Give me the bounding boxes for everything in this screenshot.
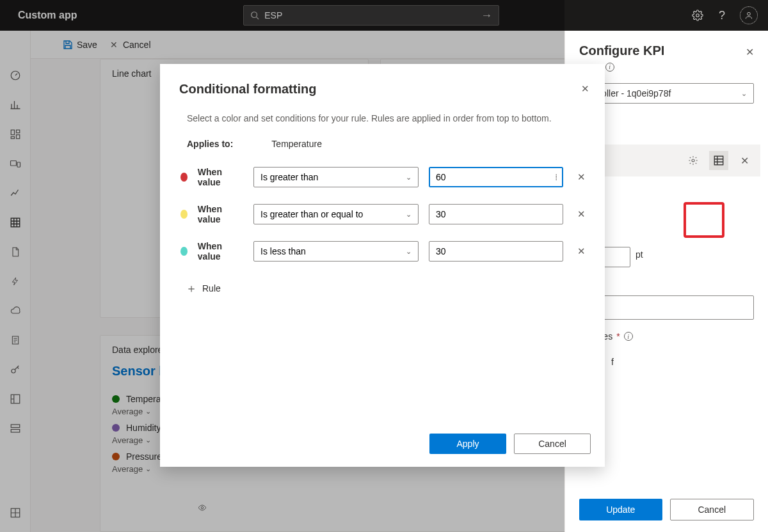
close-icon[interactable]: ✕ [746,46,754,58]
when-value-label: When value [198,204,243,224]
header-actions: ? [691,6,758,24]
rule-color-dot[interactable] [180,173,188,182]
applies-to-label: Applies to: [187,139,233,149]
side-panel-footer: Update Cancel [579,499,754,520]
side-panel-count: unt: 1 i [579,62,754,72]
required-label: e values* i [579,331,754,341]
when-value-label: When value [198,241,243,262]
rule-row: When value Is less than⌄ ✕ [180,241,586,262]
chevron-down-icon: ⌄ [741,90,747,98]
gear-icon[interactable] [684,151,703,170]
rule-color-dot[interactable] [180,210,188,219]
delete-rule-icon[interactable]: ✕ [577,208,586,220]
close-icon[interactable]: ✕ [735,151,754,170]
threshold-input[interactable]: ⁞ [429,167,563,187]
avatar[interactable] [740,6,758,24]
svg-rect-20 [714,156,723,165]
display-name-input[interactable] [579,295,754,320]
threshold-input[interactable] [429,204,563,224]
conditional-format-icon[interactable] [709,151,728,170]
operator-select[interactable]: Is greater than⌄ [253,167,419,187]
threshold-input-field[interactable] [436,209,556,219]
side-panel-title: Configure KPI [579,43,664,58]
svg-point-2 [696,14,700,17]
section-telemetry: etry [579,123,754,133]
add-rule-button[interactable]: ＋ Rule [186,281,221,296]
cancel-button[interactable]: Cancel [514,434,591,454]
apply-button[interactable]: Apply [429,434,506,454]
info-icon[interactable]: i [605,63,614,72]
svg-point-19 [692,159,694,162]
delete-rule-icon[interactable]: ✕ [577,246,586,257]
svg-point-3 [748,12,751,15]
info-icon[interactable]: i [624,332,633,341]
applies-to-value: Temperature [271,139,322,149]
operator-select[interactable]: Is greater than or equal to⌄ [253,204,419,224]
threshold-input-field[interactable] [436,172,555,182]
update-button[interactable]: Update [579,499,662,520]
rule-color-dot[interactable] [180,247,188,256]
chevron-down-icon: ⌄ [406,247,412,256]
help-icon[interactable]: ? [716,9,728,22]
cancel-button[interactable]: Cancel [670,499,755,520]
device-select[interactable]: ontroller - 1q0ei9p78f ⌄ [579,83,754,104]
section-format: ormat [579,225,754,235]
modal-description: Select a color and set conditions for yo… [187,113,586,123]
delete-rule-icon[interactable]: ✕ [577,171,586,183]
modal-title: Conditional formatting [179,82,586,97]
toggle-label: f [611,357,614,367]
section-capability: ility [579,196,754,206]
modal-applies-to: Applies to: Temperature [179,139,586,149]
operator-select[interactable]: Is less than⌄ [253,241,419,262]
modal-footer: Apply Cancel [429,434,591,454]
plus-icon: ＋ [186,281,197,296]
rule-row: When value Is greater than⌄ ⁞ ✕ [180,167,586,187]
stepper-icon[interactable]: ⁞ [555,172,556,182]
rule-row: When value Is greater than or equal to⌄ … [180,204,586,224]
rules-list: When value Is greater than⌄ ⁞ ✕ When val… [179,167,586,296]
unit-label: pt [636,249,643,260]
chevron-down-icon: ⌄ [406,210,412,219]
gear-icon[interactable] [691,9,704,22]
chevron-down-icon: ⌄ [406,173,412,182]
threshold-input-field[interactable] [436,246,556,256]
threshold-input[interactable] [429,241,563,262]
conditional-formatting-modal: Conditional formatting ✕ Select a color … [160,64,605,467]
when-value-label: When value [198,167,243,187]
close-icon[interactable]: ✕ [581,83,589,95]
